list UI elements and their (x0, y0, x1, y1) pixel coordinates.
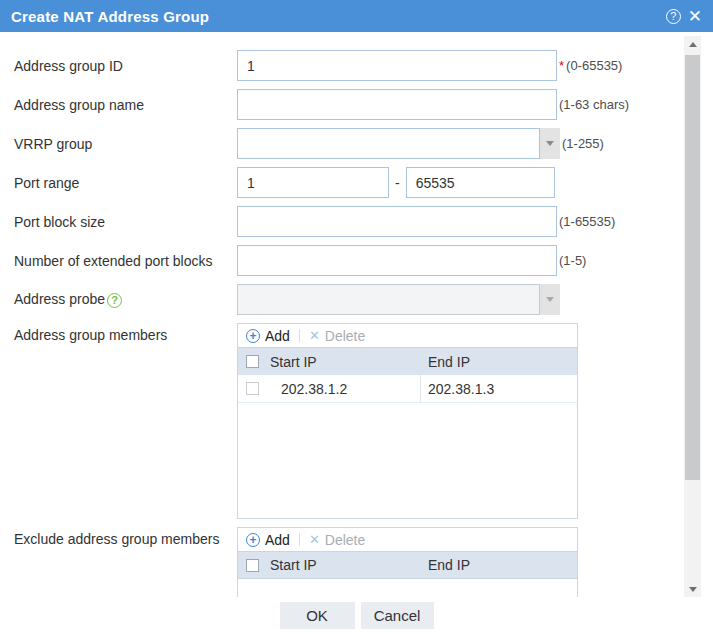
exclude-members-select-all-checkbox[interactable] (246, 559, 259, 572)
extended-port-blocks-label: Number of extended port blocks (14, 253, 237, 269)
chevron-down-icon (546, 297, 554, 302)
extended-port-blocks-hint: (1-5) (559, 253, 586, 268)
dialog-footer: OK Cancel (0, 597, 713, 634)
address-group-name-label: Address group name (14, 97, 237, 113)
address-group-id-label: Address group ID (14, 58, 237, 74)
members-add-button[interactable]: + Add (246, 328, 290, 344)
port-range-label: Port range (14, 175, 237, 191)
field-extended-port-blocks: Number of extended port blocks (1-5) (14, 245, 713, 276)
end-ip-cell: 202.38.1.3 (421, 381, 494, 397)
extended-port-blocks-input[interactable] (237, 245, 557, 276)
triangle-up-icon (689, 42, 697, 47)
required-mark: * (559, 58, 564, 73)
ok-button[interactable]: OK (280, 602, 355, 629)
address-probe-dropdown-button[interactable] (540, 284, 560, 315)
address-probe-value (237, 284, 540, 315)
vertical-scrollbar[interactable] (684, 36, 701, 597)
members-table-empty-area (237, 403, 578, 519)
add-icon: + (246, 533, 260, 547)
table-row[interactable]: 202.38.1.2 202.38.1.3 (237, 375, 578, 403)
field-address-group-name: Address group name (1-63 chars) (14, 89, 713, 120)
members-label: Address group members (14, 323, 237, 348)
address-group-id-hint: (0-65535) (566, 58, 622, 73)
members-toolbar: + Add ✕ Delete (237, 323, 578, 348)
chevron-down-icon (546, 141, 554, 146)
dialog-header: Create NAT Address Group ? ✕ (0, 0, 713, 32)
members-table-header: Start IP End IP (237, 348, 578, 375)
vrrp-group-select[interactable] (237, 128, 560, 159)
port-range-separator: - (395, 175, 400, 191)
column-header-start-ip: Start IP (259, 354, 421, 370)
field-address-group-id: Address group ID *(0-65535) (14, 50, 713, 81)
toolbar-divider (299, 533, 300, 546)
triangle-down-icon (689, 587, 697, 592)
port-block-size-hint: (1-65535) (559, 214, 615, 229)
exclude-members-toolbar: + Add ✕ Delete (237, 527, 578, 552)
port-block-size-input[interactable] (237, 206, 557, 237)
exclude-members-table: + Add ✕ Delete Start IP End IP (237, 527, 578, 597)
start-ip-cell: 202.38.1.2 (259, 375, 421, 402)
help-icon[interactable]: ? (666, 9, 681, 24)
port-block-size-label: Port block size (14, 214, 237, 230)
vrrp-group-value[interactable] (237, 128, 540, 159)
field-address-probe: Address probe? (14, 284, 713, 315)
field-port-range: Port range - (14, 167, 713, 198)
vrrp-group-label: VRRP group (14, 136, 237, 152)
toolbar-divider (299, 329, 300, 342)
exclude-members-table-empty-area (237, 579, 578, 597)
members-table: + Add ✕ Delete Start IP End IP 202.38.1.… (237, 323, 578, 519)
address-probe-select[interactable] (237, 284, 560, 315)
vrrp-group-hint: (1-255) (562, 136, 604, 151)
vrrp-group-dropdown-button[interactable] (540, 128, 560, 159)
delete-icon: ✕ (309, 532, 320, 547)
field-members: Address group members + Add ✕ Delete Sta… (14, 323, 713, 519)
column-header-start-ip: Start IP (259, 557, 421, 573)
address-probe-label: Address probe? (14, 291, 237, 308)
exclude-members-add-button[interactable]: + Add (246, 532, 290, 548)
exclude-members-table-header: Start IP End IP (237, 552, 578, 579)
row-checkbox[interactable] (246, 382, 259, 395)
address-group-id-input[interactable] (237, 50, 557, 81)
close-icon[interactable]: ✕ (688, 8, 702, 25)
field-exclude-members: Exclude address group members + Add ✕ De… (14, 527, 713, 597)
cancel-button[interactable]: Cancel (361, 602, 434, 629)
address-probe-help-icon[interactable]: ? (107, 293, 122, 308)
add-icon: + (246, 329, 260, 343)
scroll-up-button[interactable] (684, 36, 701, 52)
column-header-end-ip: End IP (421, 557, 470, 573)
exclude-members-label: Exclude address group members (14, 527, 237, 552)
address-group-name-hint: (1-63 chars) (559, 97, 629, 112)
port-range-end-input[interactable] (406, 167, 555, 198)
members-delete-button[interactable]: ✕ Delete (309, 328, 365, 344)
address-group-name-input[interactable] (237, 89, 557, 120)
column-header-end-ip: End IP (421, 354, 470, 370)
field-port-block-size: Port block size (1-65535) (14, 206, 713, 237)
scrollbar-thumb[interactable] (685, 55, 700, 480)
exclude-members-delete-button[interactable]: ✕ Delete (309, 532, 365, 548)
members-select-all-checkbox[interactable] (246, 355, 259, 368)
dialog-title: Create NAT Address Group (11, 8, 209, 25)
port-range-start-input[interactable] (237, 167, 389, 198)
field-vrrp-group: VRRP group (1-255) (14, 128, 713, 159)
delete-icon: ✕ (309, 328, 320, 343)
dialog-body: Address group ID *(0-65535) Address grou… (0, 32, 713, 597)
scroll-down-button[interactable] (684, 581, 701, 597)
